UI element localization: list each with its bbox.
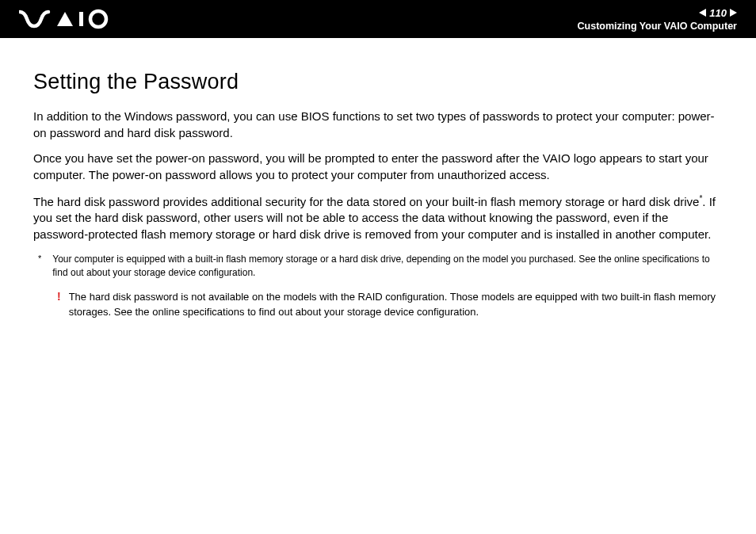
warning-note: ! The hard disk password is not availabl… xyxy=(33,290,723,318)
breadcrumb[interactable]: Customizing Your VAIO Computer xyxy=(578,21,737,32)
svg-rect-0 xyxy=(79,12,83,26)
svg-point-1 xyxy=(90,11,106,27)
page-title: Setting the Password xyxy=(33,70,723,94)
paragraph-2: Once you have set the power-on password,… xyxy=(33,151,723,183)
paragraph-3: The hard disk password provides addition… xyxy=(33,193,723,243)
warning-icon: ! xyxy=(57,290,61,318)
header-right: 110 Customizing Your VAIO Computer xyxy=(578,7,737,32)
paragraph-1: In addition to the Windows password, you… xyxy=(33,109,723,141)
page-number: 110 xyxy=(709,7,727,19)
prev-page-arrow-icon[interactable] xyxy=(699,9,706,17)
header-bar: 110 Customizing Your VAIO Computer xyxy=(0,0,756,38)
next-page-arrow-icon[interactable] xyxy=(730,9,737,17)
warning-text: The hard disk password is not available … xyxy=(69,290,723,318)
page-content: Setting the Password In addition to the … xyxy=(0,38,756,319)
vaio-logo xyxy=(19,9,114,29)
paragraph-3a: The hard disk password provides addition… xyxy=(33,195,699,208)
footnote-marker: * xyxy=(38,253,41,280)
page-navigation: 110 xyxy=(699,7,737,19)
footnote-text: Your computer is equipped with a built-i… xyxy=(52,253,723,280)
footnote: * Your computer is equipped with a built… xyxy=(33,253,723,280)
